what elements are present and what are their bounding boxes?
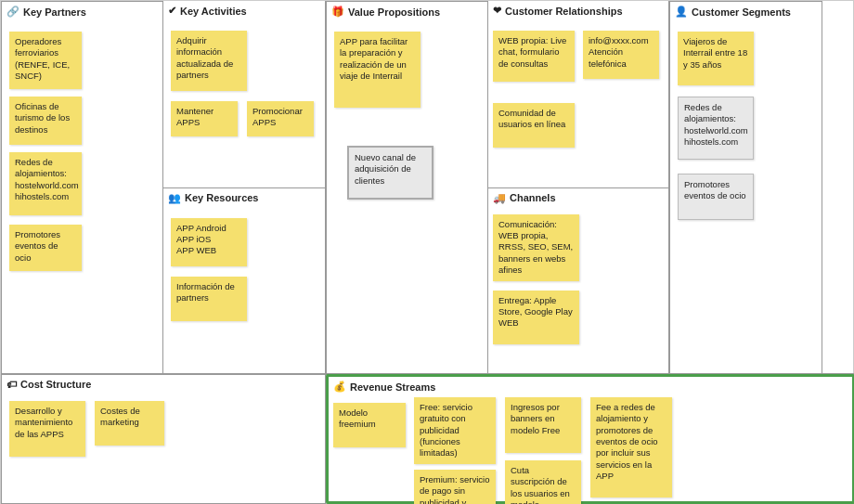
cost-structure-section: 🏷 Cost Structure Desarrollo y mantenimie… bbox=[1, 374, 326, 504]
revenue-streams-section: 💰 Revenue Streams Modelo freemium Free: … bbox=[326, 374, 854, 504]
sticky-2[interactable]: Oficinas de turismo de los destinos bbox=[9, 97, 82, 145]
heart-icon: ❤ bbox=[493, 5, 501, 17]
sticky-kr-1[interactable]: APP Android APP iOS APP WEB bbox=[171, 218, 247, 266]
money-icon: 💰 bbox=[333, 381, 346, 393]
sticky-cs-3[interactable]: Promotores eventos de ocio bbox=[678, 174, 754, 220]
sticky-cr-2[interactable]: info@xxxx.com Atención telefónica bbox=[583, 31, 659, 79]
sticky-rev-3[interactable]: Premium: servicio de pago sin publicidad… bbox=[414, 470, 496, 504]
sticky-rev-6[interactable]: Fee a redes de alojamiento y promotores … bbox=[590, 397, 672, 498]
key-resources-section: 👥 Key Resources APP Android APP iOS APP … bbox=[163, 188, 325, 375]
sticky-cs-2[interactable]: Redes de alojamientos: hostelworld.com h… bbox=[678, 97, 754, 160]
sticky-rev-5[interactable]: Cuta suscripción de los usuarios en mode… bbox=[505, 460, 581, 504]
key-partners-section: 🔗 Key Partners Operadores ferroviarios (… bbox=[1, 1, 163, 374]
sticky-1[interactable]: Operadores ferroviarios (RENFE, ICE, SNC… bbox=[9, 32, 82, 89]
sticky-ch-2[interactable]: Entrega: Apple Store, Google Play WEB bbox=[493, 291, 579, 344]
sticky-vp-1[interactable]: APP para facilitar la preparación y real… bbox=[334, 32, 421, 108]
key-partners-title: 🔗 Key Partners bbox=[6, 6, 158, 18]
sticky-vp-2[interactable]: Nuevo canal de adquisición de clientes bbox=[347, 146, 433, 200]
bottom-row: 🏷 Cost Structure Desarrollo y mantenimie… bbox=[1, 373, 854, 503]
key-activities-resources-col: ✔ Key Activities Adquirir información ac… bbox=[163, 1, 326, 374]
gift-icon: 🎁 bbox=[331, 6, 344, 18]
sticky-ka-3[interactable]: Promocionar APPS bbox=[247, 101, 314, 136]
key-activities-title: ✔ Key Activities bbox=[168, 5, 320, 17]
check-icon: ✔ bbox=[168, 5, 176, 17]
cr-channels-col: ❤ Customer Relationships WEB propia: Liv… bbox=[488, 1, 669, 374]
person-icon: 👤 bbox=[675, 6, 688, 18]
key-resources-title: 👥 Key Resources bbox=[168, 192, 320, 204]
sticky-ka-2[interactable]: Mantener APPS bbox=[171, 101, 238, 136]
value-propositions-title: 🎁 Value Propositions bbox=[331, 6, 483, 18]
channels-title: 🚚 Channels bbox=[493, 192, 664, 204]
sticky-cr-1[interactable]: WEB propia: Live chat, formulario de con… bbox=[493, 31, 575, 82]
sticky-cost-1[interactable]: Desarrollo y mantenimiento de las APPS bbox=[9, 401, 85, 457]
customer-segments-title: 👤 Customer Segments bbox=[675, 6, 817, 18]
cost-structure-title: 🏷 Cost Structure bbox=[6, 379, 320, 390]
sticky-kr-2[interactable]: Información de partners bbox=[171, 277, 247, 321]
sticky-cs-1[interactable]: Viajeros de Interrail entre 18 y 35 años bbox=[678, 32, 754, 85]
people-icon: 👥 bbox=[168, 192, 181, 204]
top-area: 🔗 Key Partners Operadores ferroviarios (… bbox=[1, 1, 853, 375]
link-icon: 🔗 bbox=[6, 6, 19, 18]
channels-section: 🚚 Channels Comunicación: WEB propia, RRS… bbox=[488, 188, 668, 375]
tag-icon: 🏷 bbox=[6, 379, 17, 390]
sticky-3[interactable]: Redes de alojamientos: hostelworld.com h… bbox=[9, 152, 82, 215]
sticky-cost-2[interactable]: Costes de marketing bbox=[95, 401, 164, 446]
customer-segments-section: 👤 Customer Segments Viajeros de Interrai… bbox=[669, 1, 822, 374]
value-propositions-section: 🎁 Value Propositions APP para facilitar … bbox=[326, 1, 488, 374]
key-activities-section: ✔ Key Activities Adquirir información ac… bbox=[163, 1, 325, 188]
revenue-streams-title: 💰 Revenue Streams bbox=[333, 381, 848, 393]
customer-relationships-title: ❤ Customer Relationships bbox=[493, 5, 664, 17]
sticky-ch-1[interactable]: Comunicación: WEB propia, RRSS, SEO, SEM… bbox=[493, 214, 579, 281]
business-model-canvas: 🔗 Key Partners Operadores ferroviarios (… bbox=[0, 0, 854, 504]
truck-icon: 🚚 bbox=[493, 192, 506, 204]
sticky-rev-1[interactable]: Modelo freemium bbox=[333, 403, 406, 447]
sticky-rev-4[interactable]: Ingresos por banners en modelo Free bbox=[505, 397, 581, 453]
sticky-rev-2[interactable]: Free: servicio gratuito con publicidad (… bbox=[414, 397, 496, 464]
sticky-cr-3[interactable]: Comunidad de usuarios en línea bbox=[493, 103, 575, 148]
sticky-4[interactable]: Promotores eventos de ocio bbox=[9, 225, 82, 271]
customer-relationships-section: ❤ Customer Relationships WEB propia: Liv… bbox=[488, 1, 668, 188]
sticky-ka-1[interactable]: Adquirir información actualizada de part… bbox=[171, 31, 247, 91]
